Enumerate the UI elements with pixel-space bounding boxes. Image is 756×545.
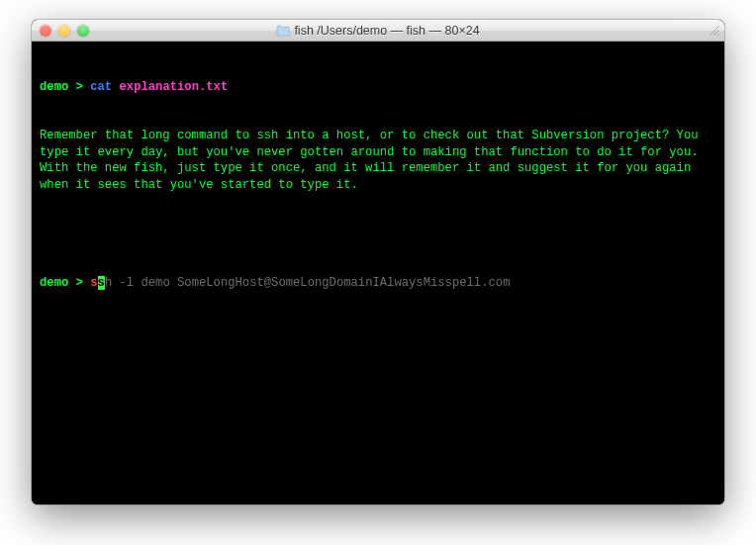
prompt-separator: >: [68, 80, 90, 94]
typed-input: s: [90, 276, 97, 290]
titlebar[interactable]: fish /Users/demo — fish — 80×24: [32, 20, 724, 42]
svg-line-2: [717, 34, 719, 36]
command-name: cat: [90, 80, 112, 94]
prompt-line-1: demo > cat explanation.txt: [40, 79, 716, 95]
terminal-body[interactable]: demo > cat explanation.txt Remember that…: [32, 42, 724, 504]
prompt-user: demo: [40, 80, 68, 94]
close-icon[interactable]: [40, 25, 51, 37]
blank-line: [40, 226, 716, 241]
prompt-separator: >: [68, 276, 90, 290]
prompt-line-2: demo > ssh -l demo SomeLongHost@SomeLong…: [40, 275, 716, 291]
prompt-user: demo: [40, 276, 68, 290]
command-output: Remember that long command to ssh into a…: [40, 128, 716, 193]
terminal-window: fish /Users/demo — fish — 80×24 demo > c…: [32, 20, 724, 504]
window-title: fish /Users/demo — fish — 80×24: [294, 24, 479, 38]
minimize-icon[interactable]: [58, 25, 70, 37]
window-title-wrap: fish /Users/demo — fish — 80×24: [32, 24, 724, 38]
resize-icon[interactable]: [707, 23, 720, 37]
cursor-icon: s: [98, 276, 105, 290]
folder-icon: [276, 25, 290, 37]
traffic-lights: [40, 25, 89, 37]
autosuggestion: h -l demo SomeLongHost@SomeLongDomainIAl…: [105, 276, 511, 290]
command-argument: explanation.txt: [120, 80, 229, 94]
zoom-icon[interactable]: [77, 25, 89, 37]
